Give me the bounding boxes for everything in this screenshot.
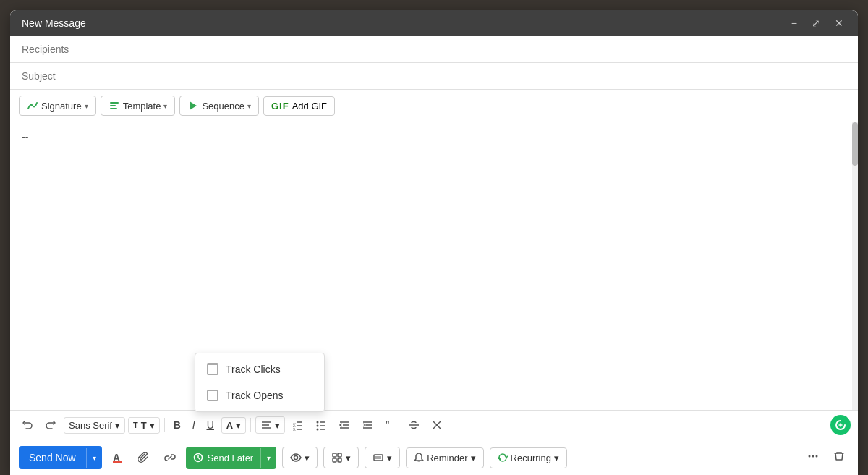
puzzle-icon xyxy=(331,452,343,463)
reminder-label: Reminder xyxy=(427,453,467,463)
attachment-icon xyxy=(138,452,150,463)
text-color-select[interactable]: A ▾ xyxy=(221,417,246,434)
send-later-main: Send Later xyxy=(186,447,261,469)
svg-rect-33 xyxy=(333,453,336,457)
send-later-button[interactable]: Send Later ▾ xyxy=(186,447,277,469)
align-select[interactable]: ▾ xyxy=(255,416,285,434)
attachment-button[interactable] xyxy=(134,447,154,468)
compose-toolbar: Signature ▾ Template ▾ xyxy=(10,90,858,122)
font-size-large-icon: T xyxy=(141,420,147,431)
sequence-icon xyxy=(187,100,199,112)
eye-tracking-button[interactable]: ▾ xyxy=(282,447,318,468)
add-gif-button[interactable]: GIF Add GIF xyxy=(263,96,335,116)
grammarly-button[interactable] xyxy=(830,415,851,435)
undo-button[interactable] xyxy=(17,416,38,434)
clear-formatting-button[interactable] xyxy=(427,416,447,434)
recurring-button[interactable]: Recurring ▾ xyxy=(490,447,567,468)
svg-rect-37 xyxy=(374,455,383,461)
compose-body: Signature ▾ Template ▾ xyxy=(10,36,858,475)
track-clicks-label: Track Clicks xyxy=(226,363,281,375)
track-clicks-item[interactable]: Track Clicks xyxy=(195,356,324,382)
signature-label: Signature xyxy=(41,101,82,112)
clock-icon xyxy=(193,453,203,463)
font-family-arrow: ▾ xyxy=(115,420,120,431)
ordered-list-button[interactable]: 1.2.3. xyxy=(288,416,308,434)
text-format-icon: A xyxy=(112,452,124,463)
puzzle-dropdown-arrow: ▾ xyxy=(346,453,351,463)
text-format-button[interactable]: A xyxy=(108,447,128,468)
send-now-label: Send Now xyxy=(19,446,86,469)
signature-dash: -- xyxy=(22,131,846,143)
send-now-button[interactable]: Send Now ▾ xyxy=(19,446,102,469)
more-options-button[interactable] xyxy=(803,446,823,469)
fmt-divider-2 xyxy=(250,418,251,432)
sequence-dropdown-arrow: ▾ xyxy=(247,102,251,110)
text-color-arrow: ▾ xyxy=(236,420,241,431)
subject-input[interactable] xyxy=(22,70,846,82)
unordered-list-button[interactable] xyxy=(311,416,331,434)
add-gif-label: Add GIF xyxy=(292,101,327,112)
svg-point-13 xyxy=(317,421,319,424)
redo-button[interactable] xyxy=(41,416,61,434)
sequence-button[interactable]: Sequence ▾ xyxy=(179,96,259,116)
template-button[interactable]: Template ▾ xyxy=(101,96,176,116)
font-size-select[interactable]: T T ▾ xyxy=(128,417,160,434)
font-family-select[interactable]: Sans Serif ▾ xyxy=(64,417,125,434)
delete-button[interactable] xyxy=(829,446,849,469)
link-icon xyxy=(164,452,176,463)
template-dropdown-arrow: ▾ xyxy=(163,102,167,110)
svg-rect-2 xyxy=(110,108,117,109)
underline-button[interactable]: U xyxy=(203,416,218,434)
bold-button[interactable]: B xyxy=(169,416,185,434)
sequence-label: Sequence xyxy=(202,101,244,112)
link-button[interactable] xyxy=(160,447,180,468)
blockquote-button[interactable]: " xyxy=(380,416,401,434)
svg-point-15 xyxy=(317,425,319,427)
recipients-row xyxy=(10,36,858,63)
message-area[interactable]: -- xyxy=(10,122,858,410)
expand-button[interactable]: ⤢ xyxy=(809,16,823,30)
recurring-icon xyxy=(498,453,508,463)
font-size-icon: T xyxy=(133,421,138,429)
send-later-dropdown-arrow[interactable]: ▾ xyxy=(260,448,276,468)
layers-button[interactable]: ▾ xyxy=(365,447,400,468)
signature-icon xyxy=(27,100,38,112)
bell-icon xyxy=(414,453,424,463)
svg-rect-1 xyxy=(110,105,116,106)
track-clicks-checkbox[interactable] xyxy=(207,363,218,375)
send-now-dropdown-arrow[interactable]: ▾ xyxy=(86,448,102,468)
gif-icon-label: GIF xyxy=(271,101,289,112)
svg-text:3.: 3. xyxy=(293,427,296,431)
svg-rect-0 xyxy=(110,102,119,104)
decrease-indent-button[interactable] xyxy=(334,416,354,434)
scrollbar-thumb xyxy=(852,122,858,166)
minimize-button[interactable]: − xyxy=(788,16,800,30)
decrease-indent-icon xyxy=(339,419,350,431)
font-family-label: Sans Serif xyxy=(69,420,112,431)
track-opens-item[interactable]: Track Opens xyxy=(195,382,324,408)
layers-icon xyxy=(373,452,384,463)
reminder-button[interactable]: Reminder ▾ xyxy=(406,447,483,468)
svg-point-32 xyxy=(294,456,298,460)
eye-dropdown-arrow: ▾ xyxy=(305,453,310,463)
svg-rect-35 xyxy=(333,458,336,462)
window-title: New Message xyxy=(22,17,86,29)
recurring-label: Recurring xyxy=(511,453,551,463)
close-button[interactable]: ✕ xyxy=(832,16,846,30)
scrollbar-track[interactable] xyxy=(852,122,858,410)
recipients-input[interactable] xyxy=(22,43,846,55)
increase-indent-button[interactable] xyxy=(357,416,378,434)
fmt-divider-1 xyxy=(164,418,165,432)
track-opens-checkbox[interactable] xyxy=(207,390,218,401)
strikethrough-button[interactable] xyxy=(404,416,424,434)
more-icon xyxy=(807,450,819,462)
unordered-list-icon xyxy=(315,419,327,431)
template-icon xyxy=(109,100,120,112)
template-label: Template xyxy=(123,101,161,112)
svg-marker-3 xyxy=(190,101,197,110)
eye-icon xyxy=(290,452,302,463)
grammarly-icon xyxy=(835,419,846,431)
italic-button[interactable]: I xyxy=(188,416,200,434)
puzzle-button[interactable]: ▾ xyxy=(323,447,359,468)
signature-button[interactable]: Signature ▾ xyxy=(19,96,96,116)
